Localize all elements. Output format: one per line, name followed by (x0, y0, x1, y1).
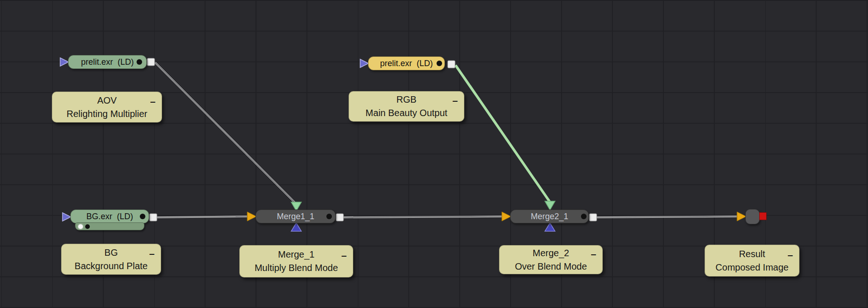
note-body: Over Blend Mode (500, 260, 602, 273)
note-result[interactable]: Result – Composed Image (705, 245, 799, 277)
node-read-bg-label: BG.exr (LD) (86, 212, 133, 222)
node-indicator-dot (137, 59, 142, 65)
note-bg[interactable]: BG – Background Plate (61, 244, 161, 275)
output-connector-reader-rgb[interactable] (448, 61, 455, 68)
node-merge1[interactable]: Merge1_1 (256, 209, 336, 223)
node-indicator-dot (437, 61, 442, 66)
note-title: Result (739, 249, 765, 259)
note-title: Merge_2 (533, 248, 569, 258)
output-connector-merge1[interactable] (336, 214, 343, 221)
input-arrow-reader-rgb-icon[interactable] (360, 59, 368, 68)
node-read-prelit-rgb-label: prelit.exr (LD) (380, 59, 433, 68)
note-rgb[interactable]: RGB – Main Beauty Output (349, 91, 464, 122)
note-body: Multiply Blend Mode (240, 261, 353, 275)
node-read-prelit-rgb[interactable]: prelit.exr (LD) (368, 56, 445, 70)
output-connector-reader-aov[interactable] (147, 58, 155, 66)
minimize-icon[interactable]: – (341, 248, 347, 262)
input-arrow-reader-aov-icon[interactable] (60, 58, 69, 66)
note-title: Merge_1 (278, 249, 315, 259)
output-connector-merge2[interactable] (589, 214, 597, 221)
mask-arrow-merge2-icon[interactable] (545, 223, 555, 231)
note-title: AOV (97, 95, 117, 105)
output-connector-reader-bg[interactable] (150, 214, 157, 221)
node-merge2[interactable]: Merge2_1 (510, 209, 589, 223)
node-merge1-label: Merge1_1 (277, 212, 314, 222)
node-indicator-dot (581, 214, 587, 219)
wire-rgb-to-merge2[interactable] (456, 65, 550, 202)
note-body: Relighting Multiplier (52, 107, 162, 121)
node-indicator-dot (140, 214, 145, 219)
note-merge2[interactable]: Merge_2 – Over Blend Mode (499, 245, 603, 274)
node-read-bg[interactable]: BG.exr (LD) (70, 209, 149, 223)
preview-dot-off-icon[interactable] (85, 224, 90, 229)
node-read-prelit-aov-label: prelit.exr (LD) (81, 57, 134, 67)
node-graph[interactable]: prelit.exr (LD) prelit.exr (LD) BG.exr (… (0, 0, 868, 308)
node-output-result[interactable] (745, 209, 760, 224)
input-arrow-merge1-a-icon[interactable] (247, 212, 256, 221)
note-aov[interactable]: AOV – Relighting Multiplier (52, 92, 162, 123)
note-body: Background Plate (62, 259, 161, 273)
minimize-icon[interactable]: – (452, 93, 458, 107)
note-body: Main Beauty Output (349, 106, 464, 120)
note-title: RGB (396, 94, 416, 105)
input-arrow-result-icon[interactable] (737, 212, 746, 221)
note-title: BG (105, 247, 118, 258)
wire-aov-to-merge1-core (155, 62, 296, 204)
mask-arrow-merge1-icon[interactable] (291, 223, 301, 231)
input-arrow-merge2-a-icon[interactable] (502, 212, 511, 221)
node-read-bg-subbar[interactable] (75, 222, 144, 230)
note-merge1[interactable]: Merge_1 – Multiply Blend Mode (239, 245, 353, 277)
result-indicator-square[interactable] (759, 212, 767, 220)
input-arrow-merge2-b-icon[interactable] (545, 201, 555, 210)
minimize-icon[interactable]: – (150, 94, 156, 108)
minimize-icon[interactable]: – (787, 248, 793, 261)
minimize-icon[interactable]: – (591, 247, 596, 260)
minimize-icon[interactable]: – (149, 246, 155, 260)
node-indicator-dot (326, 214, 332, 219)
note-body: Composed Image (705, 261, 799, 274)
node-merge2-label: Merge2_1 (531, 212, 568, 222)
preview-dot-on-icon[interactable] (78, 224, 83, 229)
input-arrow-reader-bg-icon[interactable] (62, 213, 71, 221)
node-read-prelit-aov[interactable]: prelit.exr (LD) (68, 55, 147, 69)
